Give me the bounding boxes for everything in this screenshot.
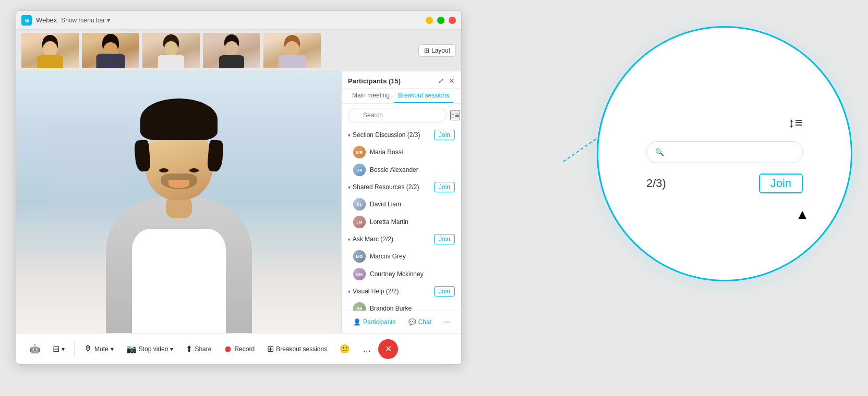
participant-name: Bessie Alexander — [370, 166, 418, 174]
svg-text:W: W — [25, 18, 30, 23]
mute-icon: 🎙 — [84, 344, 92, 354]
more-options-button[interactable]: … — [357, 341, 376, 357]
panel-bottom-toolbar: 👤 Participants 💬 Chat ⋯ — [342, 311, 461, 333]
sort-button[interactable]: ↕≡ — [450, 110, 460, 120]
maximize-button[interactable] — [437, 17, 444, 24]
svg-line-2 — [563, 115, 631, 162]
record-icon: ⏺ — [224, 344, 232, 354]
group-name-section-discussion: Section Discussion (2/3) — [353, 131, 434, 139]
participant-name: Loretta Martin — [370, 218, 408, 226]
participant-thumb-5[interactable] — [263, 33, 321, 68]
participant-name: Brandon Burke — [370, 305, 412, 311]
avatar: DL — [353, 198, 366, 211]
participant-name: Marcus Grey — [370, 253, 406, 260]
participants-button[interactable]: 👤 Participants — [348, 315, 401, 329]
camera-icon: 📷 — [126, 344, 137, 354]
zoom-group-count: 2/3) — [646, 177, 759, 190]
zoom-group-row: 2/3) Join — [646, 174, 803, 193]
panel-header-icons: ⤢ ✕ — [438, 77, 455, 85]
join-shared-resources-button[interactable]: Join — [434, 182, 455, 192]
avatar: MG — [353, 250, 366, 263]
chevron-down-icon: ▾ — [348, 237, 351, 242]
participant-name: David Liam — [370, 201, 401, 208]
app-name: Webex — [36, 16, 57, 24]
join-visual-help-button[interactable]: Join — [434, 286, 455, 296]
emoji-icon: 🙂 — [340, 344, 350, 354]
list-item: CM Courtney Mckinney — [342, 265, 461, 283]
zoom-content: ↕≡ 🔍 2/3) Join — [641, 109, 808, 199]
avatar: MR — [353, 146, 366, 158]
group-ask-marc[interactable]: ▾ Ask Marc (2/2) Join — [342, 231, 461, 247]
zoom-sort-icon: ↕≡ — [788, 115, 803, 131]
panel-search: 🔍 ↕≡ — [342, 104, 461, 127]
more-options-right-button[interactable]: ⋯ — [439, 315, 455, 329]
layout-button[interactable]: ⊞ Layout — [418, 44, 456, 57]
stop-video-button[interactable]: 📷 Stop video ▾ — [121, 341, 179, 357]
more-icon: ⋯ — [444, 318, 450, 326]
group-name-ask-marc: Ask Marc (2/2) — [353, 236, 434, 243]
menu-bar-toggle[interactable]: Show menu bar ▾ — [61, 17, 110, 24]
panel-title: Participants (15) — [348, 77, 438, 85]
video-feed — [16, 71, 341, 333]
minimize-button[interactable] — [426, 17, 433, 24]
cursor-icon: ▲ — [795, 206, 809, 222]
participant-thumb-4[interactable] — [203, 33, 260, 68]
share-button[interactable]: ⬆ Share — [180, 341, 216, 357]
robot-icon: 🤖 — [30, 344, 40, 354]
end-call-button[interactable]: ✕ — [378, 339, 398, 359]
main-content: Participants (15) ⤢ ✕ Main meeting Break… — [16, 71, 461, 333]
title-bar: W Webex Show menu bar ▾ — [16, 11, 461, 30]
participant-name: Maria Rossi — [370, 148, 403, 156]
breakout-icon: ⊞ — [267, 344, 274, 354]
bottom-toolbar: 🤖 ⊟ ▾ 🎙 Mute ▾ 📷 Stop video ▾ ⬆ Share — [16, 333, 461, 364]
zoom-search-icon: 🔍 — [655, 148, 664, 156]
participant-thumb-1[interactable] — [21, 33, 79, 68]
close-panel-button[interactable]: ✕ — [449, 77, 455, 85]
panel-tabs: Main meeting Breakout sessions — [342, 89, 461, 104]
list-item: LM Loretta Martin — [342, 213, 461, 231]
list-item: DL David Liam — [342, 195, 461, 213]
zoom-overlay: ↕≡ 🔍 2/3) Join ▲ — [597, 26, 858, 287]
group-shared-resources[interactable]: ▾ Shared Resources (2/2) Join — [342, 179, 461, 195]
emoji-button[interactable]: 🙂 — [334, 341, 355, 357]
zoom-circle: ↕≡ 🔍 2/3) Join ▲ — [597, 26, 852, 281]
close-button[interactable] — [449, 17, 456, 24]
mute-chevron-icon: ▾ — [111, 345, 114, 353]
avatar: BA — [353, 164, 366, 176]
group-name-visual-help: Visual Help (2/2) — [353, 288, 434, 295]
participant-thumb-3[interactable] — [142, 33, 200, 68]
avatar: CM — [353, 268, 366, 280]
breakout-sessions-button[interactable]: ⊞ Breakout sessions — [262, 341, 332, 357]
mute-button[interactable]: 🎙 Mute ▾ — [79, 341, 119, 357]
panel-header: Participants (15) ⤢ ✕ — [342, 71, 461, 89]
list-item: BA Bessie Alexander — [342, 161, 461, 179]
search-input[interactable] — [348, 108, 447, 122]
tab-breakout-sessions[interactable]: Breakout sessions — [394, 89, 453, 103]
list-item: BB Brandon Burke — [342, 300, 461, 311]
avatar: LM — [353, 216, 366, 228]
zoom-join-button[interactable]: Join — [759, 174, 803, 193]
participant-thumb-2[interactable] — [82, 33, 139, 68]
menu-chevron-icon: ▾ — [107, 17, 110, 24]
window-controls — [426, 17, 456, 24]
subtitle-icon: ⊟ — [53, 344, 59, 354]
robot-button[interactable]: 🤖 — [25, 341, 45, 357]
group-section-discussion[interactable]: ▾ Section Discussion (2/3) Join — [342, 127, 461, 143]
subtitle-chevron: ▾ — [62, 345, 65, 353]
join-ask-marc-button[interactable]: Join — [434, 234, 455, 244]
popout-button[interactable]: ⤢ — [438, 77, 444, 85]
chat-button[interactable]: 💬 Chat — [403, 315, 437, 329]
chevron-down-icon: ▾ — [348, 184, 351, 190]
group-visual-help[interactable]: ▾ Visual Help (2/2) Join — [342, 283, 461, 300]
more-icon: … — [363, 344, 371, 354]
video-chevron-icon: ▾ — [170, 345, 173, 353]
group-name-shared-resources: Shared Resources (2/2) — [353, 183, 434, 191]
record-button[interactable]: ⏺ Record — [219, 341, 260, 357]
chevron-down-icon: ▾ — [348, 132, 351, 138]
end-call-icon: ✕ — [385, 344, 392, 354]
join-section-discussion-button[interactable]: Join — [434, 130, 455, 140]
subtitle-button[interactable]: ⊟ ▾ — [47, 341, 70, 357]
zoom-search-bar: 🔍 — [646, 141, 803, 163]
list-item: MR Maria Rossi — [342, 143, 461, 161]
tab-main-meeting[interactable]: Main meeting — [348, 89, 394, 103]
